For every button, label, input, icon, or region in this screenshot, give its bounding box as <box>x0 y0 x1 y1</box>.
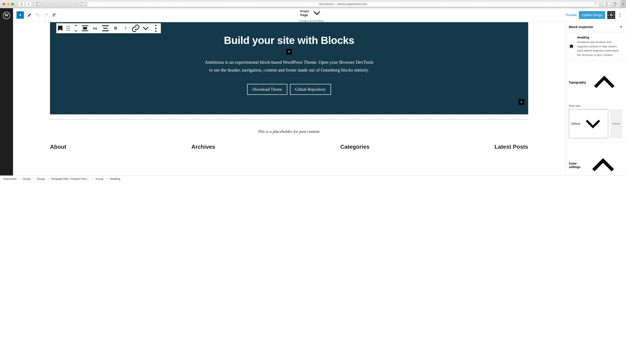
svg-point-13 <box>155 25 156 26</box>
breadcrumb-item[interactable]: Template Part: Content Fron… <box>51 177 89 180</box>
add-block-inline-button[interactable]: + <box>286 49 292 55</box>
color-panel-header[interactable]: Color settings <box>565 142 626 175</box>
chevron-up-icon <box>72 23 80 28</box>
topbar-right: Preview Update Design <box>566 11 623 19</box>
chevron-down-icon <box>311 7 322 19</box>
breadcrumb-separator-icon: → <box>105 177 108 180</box>
edit-tool-icon[interactable] <box>27 12 32 18</box>
tabs-button[interactable] <box>611 1 618 7</box>
heading-block-icon <box>569 36 574 57</box>
color-settings-title: Color settings <box>569 162 584 169</box>
privacy-shield-icon[interactable] <box>78 2 84 6</box>
post-content-placeholder[interactable]: This is a placeholder for post content. <box>50 120 528 144</box>
forward-button[interactable] <box>25 1 32 7</box>
inspector-block-name: Heading <box>577 36 623 39</box>
minimize-window-button[interactable] <box>7 3 9 5</box>
more-options-button[interactable] <box>617 11 623 19</box>
chevron-up-icon <box>586 64 623 101</box>
main-column: + Front Page Content Front Page Preview … <box>13 8 626 175</box>
redo-button[interactable] <box>43 12 49 18</box>
inspector-block-description: Introduce new sections and organize cont… <box>577 40 623 57</box>
traffic-lights <box>2 3 14 5</box>
font-size-select[interactable]: Default <box>569 109 608 138</box>
bold-button[interactable]: B <box>111 23 121 33</box>
block-inspector-sidebar: Block Inspector ✕ Heading Introduce new … <box>565 22 626 175</box>
canvas-inner: Build your site with Blocks + Ambitious … <box>13 22 565 155</box>
hero-block[interactable]: Build your site with Blocks + Ambitious … <box>50 22 528 114</box>
breadcrumb-item[interactable]: Document <box>3 177 16 180</box>
reload-icon[interactable] <box>594 2 597 6</box>
font-size-label: Font size <box>569 104 623 107</box>
content-row: H1 B I Build your site with B <box>13 22 626 175</box>
add-block-button[interactable]: + <box>16 11 24 19</box>
new-tab-button[interactable]: + <box>621 0 626 8</box>
nav-arrows <box>18 1 32 7</box>
text-align-button[interactable] <box>100 23 110 33</box>
font-size-reset-button[interactable]: Reset <box>610 109 623 138</box>
svg-rect-0 <box>36 2 40 6</box>
list-view-button[interactable] <box>52 12 57 18</box>
add-block-corner-button[interactable]: + <box>519 99 524 105</box>
drag-handle-icon[interactable] <box>64 23 72 33</box>
github-repo-button[interactable]: Github Repository <box>290 84 331 95</box>
italic-button[interactable]: I <box>121 23 131 33</box>
breadcrumb-separator-icon: → <box>46 177 49 180</box>
inspector-header: Block Inspector ✕ <box>565 22 626 32</box>
block-type-icon[interactable] <box>56 23 64 33</box>
svg-point-9 <box>67 28 68 29</box>
back-button[interactable] <box>18 1 25 7</box>
url-bar[interactable]: Not Secure — theme-experiments.test <box>87 1 599 7</box>
breadcrumb-item[interactable]: Heading <box>110 177 120 180</box>
inspector-title: Block Inspector <box>569 25 593 29</box>
template-title: Front Page <box>300 9 309 17</box>
heading-level-button[interactable]: H1 <box>90 23 100 33</box>
app: + Front Page Content Front Page Preview … <box>0 8 626 175</box>
block-more-options-button[interactable] <box>151 23 161 33</box>
hero-heading[interactable]: Build your site with Blocks <box>59 34 519 46</box>
breadcrumb-item[interactable]: Group <box>96 177 103 180</box>
svg-rect-2 <box>613 3 616 6</box>
settings-button[interactable] <box>607 11 615 19</box>
editor-topbar: + Front Page Content Front Page Preview … <box>13 8 626 22</box>
footer-columns: About Archives Categories Latest Posts <box>50 144 528 155</box>
footer-col-archives[interactable]: Archives <box>191 144 215 150</box>
close-inspector-button[interactable]: ✕ <box>620 25 623 29</box>
template-title-row[interactable]: Front Page <box>300 7 322 19</box>
svg-point-3 <box>610 14 612 16</box>
footer-col-categories[interactable]: Categories <box>340 144 370 150</box>
breadcrumb-item[interactable]: Group <box>23 177 30 180</box>
breadcrumb-bar: Document→Group→Group→Template Part: Cont… <box>0 175 626 182</box>
preview-button[interactable]: Preview <box>566 13 577 17</box>
footer-col-latest-posts[interactable]: Latest Posts <box>495 144 528 150</box>
close-window-button[interactable] <box>2 3 5 5</box>
breadcrumb-item[interactable]: Group <box>37 177 44 180</box>
wordpress-logo-icon[interactable] <box>3 12 10 19</box>
hero-buttons: Download Theme Github Repository <box>59 84 519 95</box>
undo-button[interactable] <box>35 12 40 18</box>
update-design-button[interactable]: Update Design <box>579 11 605 19</box>
sidebar-toggle-button[interactable] <box>35 1 42 7</box>
move-up-down[interactable] <box>72 23 80 33</box>
maximize-window-button[interactable] <box>11 3 14 5</box>
link-button[interactable] <box>131 23 141 33</box>
more-rich-text-button[interactable] <box>141 23 151 33</box>
typography-panel-body: Font size Default Reset <box>565 104 626 142</box>
wp-admin-bar <box>0 8 13 175</box>
topbar-left: + <box>16 11 57 19</box>
breadcrumb-separator-icon: → <box>91 177 94 180</box>
svg-point-5 <box>620 15 620 15</box>
block-toolbar: H1 B I <box>56 23 161 34</box>
typography-panel-header[interactable]: Typography <box>565 61 626 104</box>
editor-canvas[interactable]: H1 B I Build your site with B <box>13 22 565 175</box>
svg-point-12 <box>69 30 70 31</box>
hero-description[interactable]: Ambitious is an experimental block-based… <box>204 58 374 74</box>
download-theme-button[interactable]: Download Theme <box>247 84 287 95</box>
breadcrumb-separator-icon: → <box>32 177 35 180</box>
inspector-block-info: Heading Introduce new sections and organ… <box>565 32 626 61</box>
footer-col-about[interactable]: About <box>50 144 66 150</box>
share-button[interactable] <box>603 1 610 7</box>
align-button[interactable] <box>80 23 90 33</box>
chevron-down-icon <box>72 29 80 33</box>
typography-panel: Typography Font size Default Reset <box>565 61 626 142</box>
chevron-up-icon <box>584 146 623 175</box>
